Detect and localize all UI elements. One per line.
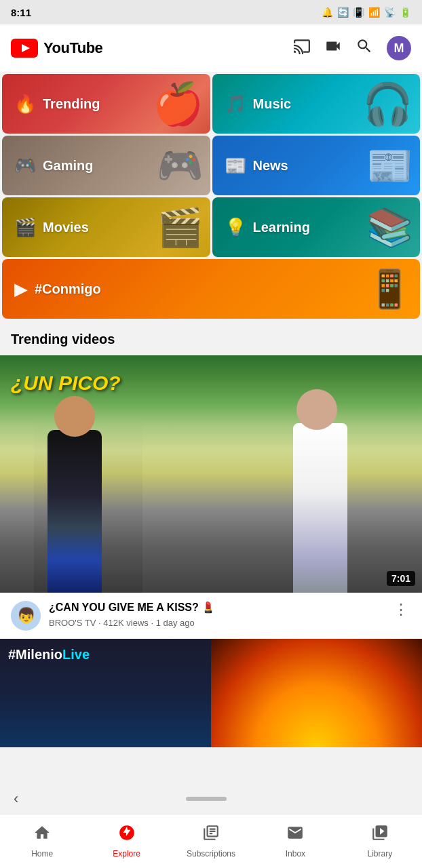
view-count: 412K views	[103, 618, 148, 628]
channel-name[interactable]: BROO'S TV	[49, 618, 96, 628]
video-subtitle-1: BROO'S TV · 412K views · 1 day ago	[49, 618, 383, 628]
category-learning[interactable]: 💡 Learning	[212, 197, 421, 257]
explore-nav-label: Explore	[113, 849, 140, 859]
video-meta-1: ¿CAN YOU GIVE ME A KISS? 💄 BROO'S TV · 4…	[49, 601, 383, 628]
trending-label: Trending	[43, 96, 100, 112]
category-conmigo[interactable]: ▶ #Conmigo	[2, 259, 420, 319]
conmigo-icon: ▶	[14, 279, 28, 300]
cast-button[interactable]	[293, 37, 311, 59]
camera-button[interactable]	[324, 37, 342, 59]
library-nav-label: Library	[367, 849, 392, 859]
channel-avatar-emoji: 👦	[17, 607, 35, 625]
news-icon: 📰	[225, 155, 246, 176]
library-nav-icon	[371, 824, 389, 846]
status-bar: 8:11 🔔 🔄 📳 📶 📡 🔋	[0, 0, 422, 24]
video-thumbnail-1[interactable]: ¿UN PICO? 7:01	[0, 355, 422, 593]
search-button[interactable]	[356, 37, 373, 59]
music-label: Music	[253, 96, 292, 112]
home-nav-label: Home	[31, 849, 53, 859]
movies-label: Movies	[43, 220, 89, 235]
category-music[interactable]: 🎵 Music	[212, 74, 421, 134]
movies-icon: 🎬	[14, 217, 36, 238]
home-nav-icon	[33, 824, 51, 846]
video-more-button[interactable]: ⋮	[391, 601, 411, 618]
bottom-navigation: Home Explore Subscriptions Inbox Library	[0, 814, 422, 868]
milenio-live-text: #MilenioLive	[8, 647, 90, 663]
status-icons: 🔔 🔄 📳 📶 📡 🔋	[322, 7, 411, 18]
milenio-text: #Milenio	[8, 647, 62, 662]
nav-explore[interactable]: Explore	[84, 824, 168, 859]
app-header: YouTube M	[0, 24, 422, 72]
nav-inbox[interactable]: Inbox	[253, 824, 337, 859]
battery-icon: 🔋	[400, 7, 411, 18]
video-item-1: ¿UN PICO? 7:01 👦 ¿CAN YOU GIVE ME A KISS…	[0, 355, 422, 639]
back-arrow-icon[interactable]: ‹	[14, 790, 18, 808]
nav-home[interactable]: Home	[0, 824, 84, 859]
time-ago: 1 day ago	[156, 618, 195, 628]
nav-subscriptions[interactable]: Subscriptions	[169, 824, 253, 859]
learning-icon: 💡	[225, 217, 246, 238]
home-indicator: ‹	[0, 784, 422, 814]
live-text: Live	[62, 647, 90, 662]
inbox-nav-icon	[286, 824, 304, 846]
thumbnail-left-half: #MilenioLive	[0, 639, 211, 747]
subscriptions-nav-icon	[202, 824, 220, 846]
user-avatar[interactable]: M	[387, 36, 411, 60]
video-item-2: #MilenioLive	[0, 639, 422, 747]
video-overlay-text: ¿UN PICO?	[11, 372, 121, 395]
youtube-logo-icon	[11, 39, 38, 58]
category-news[interactable]: 📰 News	[212, 136, 421, 195]
conmigo-label: #Conmigo	[35, 281, 101, 297]
status-time: 8:11	[11, 7, 31, 18]
main-content: 🔥 Trending 🎵 Music 🎮 Gaming 📰	[0, 72, 422, 831]
category-movies[interactable]: 🎬 Movies	[2, 197, 210, 257]
category-grid: 🔥 Trending 🎵 Music 🎮 Gaming 📰	[0, 72, 422, 321]
gaming-icon: 🎮	[14, 155, 36, 176]
sync-icon: 🔄	[337, 7, 349, 18]
category-trending[interactable]: 🔥 Trending	[2, 74, 210, 134]
video-thumbnail-2[interactable]: #MilenioLive	[0, 639, 422, 747]
logo-area: YouTube	[11, 39, 102, 58]
home-gesture-pill	[186, 797, 227, 801]
app-title: YouTube	[43, 39, 102, 57]
header-actions: M	[293, 36, 411, 60]
nav-library[interactable]: Library	[338, 824, 422, 859]
gaming-label: Gaming	[43, 158, 93, 174]
explore-nav-icon	[118, 824, 136, 846]
music-icon: 🎵	[225, 94, 246, 115]
news-label: News	[253, 158, 288, 174]
thumbnail-right-half	[211, 639, 422, 747]
video-title-1[interactable]: ¿CAN YOU GIVE ME A KISS? 💄	[49, 601, 383, 615]
trending-section-title: Trending videos	[0, 321, 422, 355]
notification-icon: 🔔	[322, 7, 333, 18]
channel-avatar-1[interactable]: 👦	[11, 601, 41, 631]
wifi-icon: 📶	[368, 7, 380, 18]
inbox-nav-label: Inbox	[286, 849, 305, 859]
signal-icon: 📡	[384, 7, 396, 18]
subscriptions-nav-label: Subscriptions	[187, 849, 235, 859]
learning-label: Learning	[253, 220, 310, 235]
video-duration: 7:01	[387, 571, 415, 586]
trending-icon: 🔥	[14, 94, 36, 115]
video-info-1: 👦 ¿CAN YOU GIVE ME A KISS? 💄 BROO'S TV ·…	[0, 593, 422, 639]
vibrate-icon: 📳	[353, 7, 364, 18]
category-gaming[interactable]: 🎮 Gaming	[2, 136, 210, 195]
separator-dot-2: ·	[151, 618, 155, 628]
